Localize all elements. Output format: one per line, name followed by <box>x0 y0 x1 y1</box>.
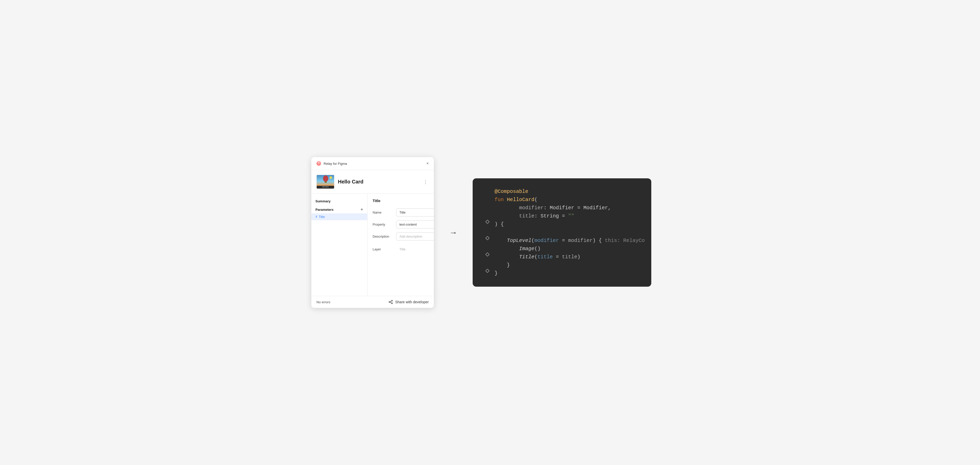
code-line-1: @Composable <box>483 187 641 196</box>
property-select[interactable]: text-content visibility image-resource <box>396 221 434 229</box>
gutter-9 <box>483 253 492 256</box>
code-fun-kw: fun <box>495 197 507 203</box>
close-button[interactable]: × <box>426 161 429 166</box>
sidebar-item-title[interactable]: T Title <box>311 213 367 220</box>
description-field: Description <box>372 232 434 240</box>
gutter-diamond-icon <box>485 220 490 224</box>
svg-point-14 <box>391 300 393 301</box>
code-paren-open: ( <box>535 197 538 203</box>
layer-field: Layer Title <box>372 244 434 254</box>
panel-footer: No errors Share with developer <box>311 296 434 308</box>
code-line-6 <box>483 229 641 236</box>
gutter-diamond-4-icon <box>485 269 490 273</box>
sidebar-params-label: Parameters <box>315 208 334 211</box>
code-toplevel: TopLevel <box>507 238 531 243</box>
code-line-5: ) { <box>483 220 641 229</box>
code-line-10: } <box>483 261 641 269</box>
code-image: Image <box>519 246 535 252</box>
component-thumbnail: Hello World <box>317 175 334 189</box>
code-outer-close: } <box>495 269 498 278</box>
code-title-call: Title <box>519 254 535 260</box>
share-icon <box>388 300 393 304</box>
code-line-4: title: String = "" <box>483 212 641 220</box>
arrow: → <box>449 228 457 237</box>
svg-point-2 <box>329 176 332 179</box>
sidebar-summary[interactable]: Summary <box>311 198 367 205</box>
component-name: Hello Card <box>338 179 363 185</box>
code-title-param: title <box>519 213 535 219</box>
more-options-button[interactable]: ⋮ <box>422 178 429 186</box>
layer-field-wrapper: Title <box>396 244 434 254</box>
gutter-5 <box>483 220 492 223</box>
description-input[interactable] <box>396 232 434 240</box>
content-header: Title <box>372 198 434 203</box>
code-func-name: HelloCard <box>507 197 535 203</box>
gutter-7 <box>483 236 492 240</box>
thumbnail-sky <box>317 175 334 185</box>
svg-point-0 <box>317 161 321 166</box>
gutter-diamond-3-icon <box>485 252 490 257</box>
panel-body: Summary Parameters + T Title Title <box>311 194 434 296</box>
code-line-3: modifier: Modifier = Modifier, <box>483 204 641 212</box>
share-label: Share with developer <box>395 300 429 304</box>
code-line-9: Title(title = title) <box>483 253 641 261</box>
code-inner-close: } <box>507 262 510 268</box>
layer-value: Title <box>399 247 406 251</box>
main-container: Relay for Figma × <box>311 157 669 308</box>
svg-rect-5 <box>325 181 327 183</box>
gutter-diamond-2-icon <box>485 236 490 240</box>
code-composable: @Composable <box>495 187 528 196</box>
code-modifier-param: modifier <box>519 205 544 211</box>
panel-sidebar: Summary Parameters + T Title <box>311 194 368 296</box>
name-label: Name <box>372 211 393 214</box>
name-field: Name <box>372 208 434 216</box>
component-header: Hello World Hello Card ⋮ <box>311 170 434 194</box>
gutter-11 <box>483 269 492 272</box>
svg-line-17 <box>390 301 391 302</box>
svg-line-18 <box>390 302 391 303</box>
panel-content: Title Name Property <box>368 194 434 296</box>
plugin-panel: Relay for Figma × <box>311 157 434 308</box>
svg-point-16 <box>389 302 390 302</box>
svg-point-15 <box>391 303 393 304</box>
panel-header-left: Relay for Figma <box>316 161 347 166</box>
code-line-2: fun HelloCard( <box>483 196 641 204</box>
no-errors-text: No errors <box>317 300 330 304</box>
code-line-7: TopLevel(modifier = modifier) { this: Re… <box>483 236 641 245</box>
share-button[interactable]: Share with developer <box>388 300 429 304</box>
component-header-left: Hello World Hello Card <box>317 175 363 189</box>
code-close-paren: ) { <box>495 220 504 229</box>
code-line-11: } <box>483 269 641 278</box>
panel-header: Relay for Figma × <box>311 157 434 170</box>
code-preview: @Composable fun HelloCard( modifier: Mod… <box>473 178 651 287</box>
sidebar-params-section: Parameters + <box>311 205 367 213</box>
relay-logo-icon <box>316 161 321 166</box>
content-title: Title <box>372 198 380 203</box>
property-field: Property text-content visibility image-r… <box>372 221 434 229</box>
layer-label: Layer <box>372 247 393 251</box>
text-type-icon: T <box>315 216 317 219</box>
property-label: Property <box>372 222 393 226</box>
sidebar-item-label: Title <box>319 215 325 219</box>
panel-title: Relay for Figma <box>324 162 347 166</box>
add-parameter-button[interactable]: + <box>360 207 363 212</box>
thumbnail-label: Hello World <box>322 186 329 187</box>
description-label: Description <box>372 235 393 238</box>
code-line-8: Image() <box>483 245 641 253</box>
property-select-wrapper: text-content visibility image-resource ▾ <box>396 221 434 229</box>
name-input[interactable] <box>396 208 434 216</box>
